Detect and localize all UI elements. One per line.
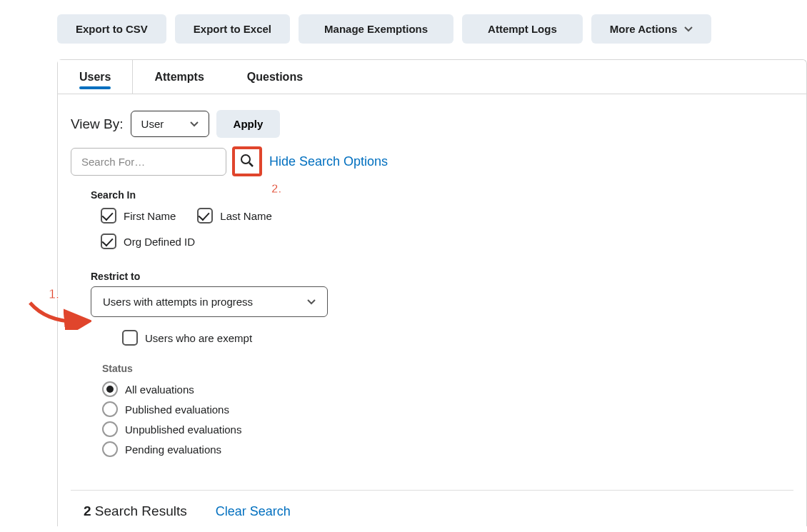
exempt-row: Users who are exempt: [122, 330, 793, 346]
check-first-name-label: First Name: [124, 210, 176, 222]
restrict-to-select[interactable]: Users with attempts in progress: [91, 286, 328, 317]
attempt-logs-button[interactable]: Attempt Logs: [462, 14, 583, 44]
results-bar: 2 Search Results Clear Search: [71, 490, 793, 519]
checkbox-icon: [122, 330, 138, 346]
chevron-down-icon: [190, 121, 199, 127]
manage-exemptions-button[interactable]: Manage Exemptions: [299, 14, 453, 44]
tab-users[interactable]: Users: [58, 60, 133, 94]
check-org-id-label: Org Defined ID: [124, 236, 195, 248]
search-in-label: Search In: [91, 189, 793, 201]
radio-icon: [102, 381, 118, 397]
search-icon: [240, 154, 254, 170]
more-actions-button[interactable]: More Actions: [591, 14, 711, 44]
status-block: Status All evaluations Published evaluat…: [102, 363, 793, 457]
restrict-block: Restrict to Users with attempts in progr…: [91, 271, 793, 457]
hide-search-options-link[interactable]: Hide Search Options: [269, 154, 388, 169]
check-exempt[interactable]: Users who are exempt: [122, 330, 252, 346]
svg-point-0: [241, 155, 250, 164]
radio-icon: [102, 401, 118, 417]
apply-button[interactable]: Apply: [216, 110, 281, 138]
annotation-2-label: 2.: [271, 182, 281, 196]
checkbox-icon: [101, 234, 116, 249]
search-input[interactable]: [71, 148, 226, 176]
results-count: 2 Search Results: [84, 503, 187, 519]
checkbox-icon: [197, 208, 213, 224]
radio-icon: [102, 441, 118, 457]
radio-unpublished[interactable]: Unpublished evaluations: [102, 421, 793, 437]
more-actions-label: More Actions: [610, 23, 677, 35]
radio-pending[interactable]: Pending evaluations: [102, 441, 793, 457]
results-count-number: 2: [84, 503, 91, 518]
status-label: Status: [102, 363, 793, 374]
check-org-id[interactable]: Org Defined ID: [101, 234, 195, 249]
tabs-strip: Users Attempts Questions: [58, 60, 806, 94]
export-excel-button[interactable]: Export to Excel: [175, 14, 290, 44]
view-by-select[interactable]: User: [131, 111, 209, 137]
radio-all-label: All evaluations: [125, 383, 194, 396]
check-first-name[interactable]: First Name: [101, 208, 176, 224]
search-row: Hide Search Options: [71, 146, 793, 176]
view-by-label: View By:: [71, 116, 124, 132]
check-last-name[interactable]: Last Name: [197, 208, 272, 224]
radio-icon: [102, 421, 118, 437]
restrict-to-selected: Users with attempts in progress: [103, 296, 253, 308]
radio-published-label: Published evaluations: [125, 403, 229, 416]
check-last-name-label: Last Name: [220, 210, 272, 222]
view-by-selected: User: [141, 118, 164, 130]
clear-search-link[interactable]: Clear Search: [216, 504, 291, 519]
checkbox-icon: [101, 208, 116, 224]
tab-questions[interactable]: Questions: [226, 60, 324, 94]
restrict-to-label: Restrict to: [91, 271, 793, 282]
radio-all[interactable]: All evaluations: [102, 381, 793, 397]
action-toolbar: Export to CSV Export to Excel Manage Exe…: [57, 14, 807, 44]
tabs-container: Users Attempts Questions View By: User A…: [57, 59, 807, 526]
chevron-down-icon: [684, 26, 693, 32]
check-exempt-label: Users who are exempt: [145, 332, 252, 344]
radio-pending-label: Pending evaluations: [125, 443, 221, 456]
chevron-down-icon: [307, 299, 316, 305]
search-in-checks-row1: First Name Last Name: [101, 208, 793, 224]
results-count-label: Search Results: [95, 503, 187, 518]
svg-line-1: [249, 163, 253, 166]
search-in-checks-row2: Org Defined ID: [101, 234, 793, 249]
radio-published[interactable]: Published evaluations: [102, 401, 793, 417]
export-csv-button[interactable]: Export to CSV: [57, 14, 166, 44]
tabs-body: View By: User Apply Hide Search Optio: [58, 94, 806, 526]
annotation-arrow-icon: [27, 300, 91, 330]
tab-attempts[interactable]: Attempts: [133, 60, 225, 94]
view-by-row: View By: User Apply: [71, 110, 793, 138]
radio-unpublished-label: Unpublished evaluations: [125, 423, 241, 436]
search-button[interactable]: [232, 146, 262, 176]
